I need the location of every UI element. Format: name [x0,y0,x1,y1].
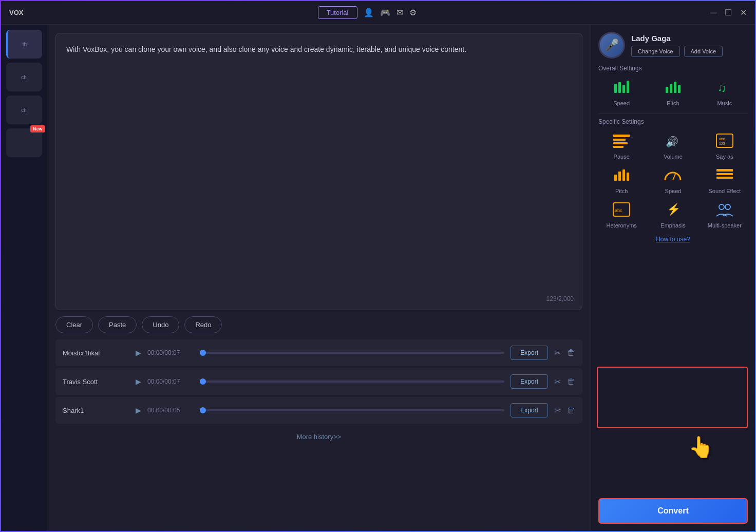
volume-label: Volume [664,154,683,160]
specific-settings-title: Specific Settings [598,118,748,125]
svg-rect-18 [618,172,621,181]
svg-rect-7 [678,85,681,93]
scissors-icon-3[interactable]: ✂ [554,406,561,415]
avatar-inner: 🎤 [600,33,623,57]
progress-dot-1 [200,350,206,356]
say-as-icon: abc 123 [712,130,737,151]
maximize-icon[interactable]: ☐ [725,8,732,17]
setting-pitch-overall[interactable]: Pitch [650,77,696,106]
history-section: Moistcr1tikal ▶ 00:00/00:07 Export ✂ 🗑 T… [55,339,582,424]
user-icon[interactable]: 👤 [364,8,374,17]
clear-button[interactable]: Clear [55,316,93,333]
setting-sound-effect[interactable]: Sound Effect [702,165,748,194]
svg-rect-14 [716,134,733,147]
svg-rect-9 [613,135,630,137]
window-controls: ─ ☐ ✕ [711,8,747,17]
setting-heteronyms[interactable]: abc Heteronyms [598,199,645,229]
sidebar: th ch ch New [1,25,47,531]
setting-speed[interactable]: Speed [598,77,645,106]
scissors-icon-1[interactable]: ✂ [554,348,561,358]
svg-rect-19 [622,169,625,181]
setting-music[interactable]: ♫ Music [702,77,748,106]
volume-icon: 🔊 [660,130,685,151]
convert-button[interactable]: Convert [598,498,748,524]
more-history-link[interactable]: More history>> [55,430,582,444]
paste-button[interactable]: Paste [98,316,137,333]
change-voice-button[interactable]: Change Voice [631,46,680,57]
sidebar-item-new[interactable]: New [6,128,42,157]
multi-speaker-label: Multi-speaker [708,222,742,229]
title-bar-left: VOX [9,9,23,16]
minimize-icon[interactable]: ─ [711,8,716,17]
title-bar: VOX Tutorial 👤 🎮 ✉ ⚙ ─ ☐ ✕ [1,1,755,25]
sidebar-item-label-3: ch [21,107,27,113]
export-button-3[interactable]: Export [511,403,548,417]
title-bar-center: Tutorial 👤 🎮 ✉ ⚙ [318,6,417,19]
svg-text:⚡: ⚡ [667,202,681,216]
play-button-3[interactable]: ▶ [136,406,141,414]
pause-icon [609,130,634,151]
sidebar-item-2[interactable]: ch [6,63,42,91]
svg-line-21 [673,173,676,180]
svg-rect-0 [614,84,617,93]
svg-point-29 [725,204,730,210]
close-icon[interactable]: ✕ [740,8,747,17]
export-button-1[interactable]: Export [511,346,548,360]
setting-volume[interactable]: 🔊 Volume [650,130,696,160]
emphasis-label: Emphasis [660,222,685,229]
music-icon: ♫ [712,77,737,98]
app-window: VOX Tutorial 👤 🎮 ✉ ⚙ ─ ☐ ✕ th ch ch [0,0,756,532]
setting-pause[interactable]: Pause [598,130,645,160]
sidebar-item-3[interactable]: ch [6,96,42,124]
editor-text: With VoxBox, you can clone your own voic… [66,44,572,55]
progress-bar-3[interactable] [200,409,504,411]
overall-settings-grid: Speed Pitch [598,77,748,106]
play-button-1[interactable]: ▶ [136,349,141,357]
emphasis-icon: ⚡ [660,199,685,220]
how-to-use-link[interactable]: How to use? [598,236,748,243]
tutorial-button[interactable]: Tutorial [318,6,357,19]
content-area: With VoxBox, you can clone your own voic… [47,25,591,531]
svg-text:abc: abc [719,137,725,141]
undo-button[interactable]: Undo [142,316,179,333]
progress-dot-3 [200,407,206,413]
setting-multi-speaker[interactable]: Multi-speaker [702,199,748,229]
svg-rect-4 [666,87,668,93]
settings-gear-icon[interactable]: ⚙ [409,8,417,17]
svg-rect-23 [716,173,733,175]
text-editor[interactable]: With VoxBox, you can clone your own voic… [55,33,582,310]
svg-text:♫: ♫ [717,82,726,94]
time-label-1: 00:00/00:07 [147,349,194,356]
setting-speed-specific[interactable]: Speed [650,165,696,194]
delete-icon-2[interactable]: 🗑 [567,377,575,386]
delete-icon-3[interactable]: 🗑 [567,406,575,415]
setting-say-as[interactable]: abc 123 Say as [702,130,748,160]
export-button-2[interactable]: Export [511,374,548,389]
pitch-specific-icon [609,165,634,185]
setting-emphasis[interactable]: ⚡ Emphasis [650,199,696,229]
time-label-2: 00:00/00:07 [147,378,194,385]
mail-icon[interactable]: ✉ [396,8,403,17]
progress-bar-1[interactable] [200,352,504,354]
gamepad-icon[interactable]: 🎮 [380,8,390,17]
progress-bar-2[interactable] [200,381,504,383]
setting-pitch-specific[interactable]: Pitch [598,165,645,194]
sidebar-item-tts[interactable]: th [6,30,42,59]
svg-text:abc: abc [615,208,622,213]
add-voice-button[interactable]: Add Voice [684,46,723,57]
pitch-overall-label: Pitch [667,100,679,106]
redo-button[interactable]: Redo [184,316,222,333]
svg-rect-5 [670,84,672,93]
voice-info: Lady Gaga Change Voice Add Voice [631,34,748,57]
svg-text:🔊: 🔊 [666,136,678,148]
multi-speaker-icon [712,199,737,220]
scissors-icon-2[interactable]: ✂ [554,377,561,387]
new-badge: New [30,125,45,132]
voice-buttons: Change Voice Add Voice [631,46,748,57]
delete-icon-1[interactable]: 🗑 [567,348,575,357]
char-count: 123/2,000 [546,295,574,302]
sound-effect-label: Sound Effect [708,188,741,194]
pause-label: Pause [614,154,630,160]
speed-icon [609,77,634,98]
play-button-2[interactable]: ▶ [136,377,141,386]
